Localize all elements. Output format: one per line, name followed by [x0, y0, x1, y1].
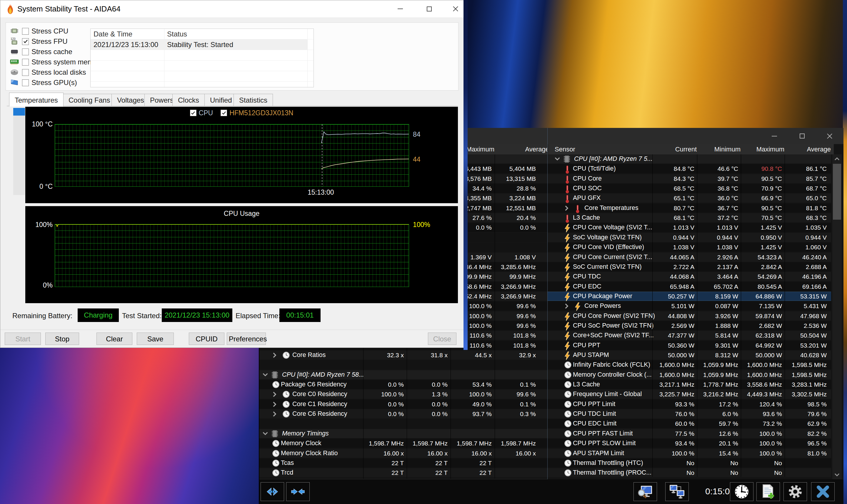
sensor-row[interactable]: CPU Core Voltage (SVI2 T...1.013 V1.013 …: [547, 223, 831, 232]
tab-cooling-fans[interactable]: Cooling Fans: [63, 94, 115, 106]
legend-cpu-checkbox[interactable]: [190, 110, 196, 116]
tab-voltages[interactable]: Voltages: [111, 94, 150, 106]
network-audit-button[interactable]: [665, 482, 689, 501]
sensor-row[interactable]: CPU Core Power (SVI2 TFN)44.808 W3.926 W…: [547, 311, 831, 321]
stress-cpu-item[interactable]: Stress CPU: [10, 26, 68, 36]
scroll-up-arrow[interactable]: [832, 155, 842, 163]
sensor-value: 3,266.9 MHz: [468, 292, 536, 301]
stress-disks-item[interactable]: Stress local disks: [10, 67, 86, 77]
sensor-value: 1,598.5 MHz: [759, 360, 827, 369]
sensor-row[interactable]: Tcas22 T22 T22 T: [259, 458, 549, 468]
sensor-row[interactable]: Core Ratios32.3 x31.8 x44.5 x32.9 x: [259, 350, 549, 360]
sensor-row[interactable]: Memory Controller Clock (...1,600.0 MHz1…: [547, 370, 831, 379]
sensor-row[interactable]: Core C1 Residency0.0 %0.0 %49.0 %0.1 %: [259, 400, 549, 409]
sensor-row[interactable]: L3 Cache68.1 °C37.2 °C70.5 °C68.3 °C: [547, 213, 831, 222]
sensor-row[interactable]: Core C6 Residency0.0 %0.0 %93.7 %0.3 %: [259, 409, 549, 418]
sensor-row[interactable]: L3 Cache3,217.1 MHz1,778.7 MHz3,558.6 MH…: [547, 380, 831, 389]
stress-cache-item[interactable]: Stress cache: [10, 47, 72, 57]
sensor-group-row[interactable]: Memory Timings: [259, 429, 549, 438]
sensor-row[interactable]: Frequency Limit - Global3,225.7 MHz3,216…: [547, 390, 831, 399]
tab-statistics[interactable]: Statistics: [234, 94, 273, 106]
sensor-row[interactable]: Package C6 Residency0.0 %0.0 %53.4 %0.1 …: [259, 380, 549, 389]
sensor-row[interactable]: [259, 419, 549, 428]
sensor-label: Memory Timings: [282, 429, 329, 438]
tab-clocks[interactable]: Clocks: [172, 94, 205, 106]
sensor-row[interactable]: [259, 360, 549, 369]
sensor-row[interactable]: CPU TDC Limit76.0 %6.0 %93.6 %79.6 %: [547, 409, 831, 418]
sensor-row[interactable]: APU GFX65.1 °C36.0 °C66.9 °C65.0 °C: [547, 194, 831, 203]
sensor-row[interactable]: Core C0 Residency100.0 %1.3 %100.0 %99.6…: [259, 390, 549, 399]
sensor-row[interactable]: CPU (Tctl/Tdie)84.8 °C46.6 °C90.8 °C86.1…: [547, 164, 831, 173]
sensor-row[interactable]: APU STAPM50.000 W8.312 W50.000 W40.628 W: [547, 350, 831, 360]
sensor-row[interactable]: CPU Package Power50.257 W8.159 W64.886 W…: [547, 292, 831, 301]
sensor-row[interactable]: Memory Clock Ratio16.00 x16.00 x16.00 x1…: [259, 449, 549, 458]
save-button[interactable]: Save: [137, 332, 174, 345]
clock-button[interactable]: [730, 482, 754, 501]
side-scrollbar-thumb[interactable]: [13, 108, 25, 115]
sensor-row[interactable]: CPU PPT Limit93.3 %17.2 %120.4 %98.5 %: [547, 400, 831, 409]
clear-button[interactable]: Clear: [96, 332, 132, 345]
tab-temperatures[interactable]: Temperatures: [9, 93, 64, 106]
sensor-row[interactable]: CPU EDC Limit60.0 %59.7 %73.2 %62.9 %: [547, 419, 831, 428]
stress-fpu-checkbox[interactable]: [22, 38, 29, 45]
log-col-datetime[interactable]: Date & Time: [93, 29, 132, 39]
down-icon: [554, 157, 561, 162]
stress-cache-checkbox[interactable]: [22, 49, 29, 55]
system-info-button[interactable]: [633, 482, 657, 501]
sensor-row[interactable]: Memory Clock1,598.7 MHz1,598.7 MHz1,598.…: [259, 439, 549, 448]
therm-icon: [564, 194, 570, 204]
sensor-row[interactable]: CPU PPT SLOW Limit93.4 %20.1 %100.0 %96.…: [547, 439, 831, 448]
sensor-row[interactable]: Core+SoC Power (SVI2 TF...47.377 W5.814 …: [547, 331, 831, 340]
sensor-row[interactable]: Trcd22 T22 T22 T: [259, 468, 549, 477]
stress-memory-item[interactable]: Stress system mem: [10, 57, 93, 67]
sensor-group-row[interactable]: CPU [#0]: AMD Ryzen 7 5...: [547, 155, 831, 163]
sensor-row[interactable]: CPU Core84.3 °C39.7 °C90.5 °C85.7 °C: [547, 174, 831, 183]
stress-cpu-checkbox[interactable]: [22, 28, 29, 35]
vertical-scrollbar[interactable]: [832, 155, 842, 479]
sensor-row[interactable]: CPU PPT50.360 W9.301 W64.992 W53.201 W: [547, 341, 831, 350]
preferences-button-toolbar[interactable]: [783, 482, 807, 501]
close-button[interactable]: Close: [428, 332, 456, 345]
stop-button[interactable]: Stop: [45, 332, 79, 345]
expand-columns-button[interactable]: [260, 482, 284, 501]
test-log-list[interactable]: Date & Time Status 2021/12/23 15:13:00 S…: [90, 29, 314, 87]
sensor-row[interactable]: Core Temperatures80.7 °C36.7 °C90.5 °C81…: [547, 203, 831, 213]
sensor-row[interactable]: CPU Core Current (SVI2 T...44.065 A2.926…: [547, 253, 831, 262]
minimize-button[interactable]: [389, 0, 412, 17]
collapse-columns-button[interactable]: [286, 482, 310, 501]
tab-unified[interactable]: Unified: [204, 94, 238, 106]
sensor-row[interactable]: CPU EDC65.948 A65.702 A80.545 A69.166 A: [547, 282, 831, 291]
sensor-row[interactable]: Thermal Throttling (HTC)NoNoNo: [547, 458, 831, 468]
cpuid-button[interactable]: CPUID: [189, 332, 224, 345]
sensor-value: 0.3 %: [468, 409, 536, 418]
close-panel-button[interactable]: [811, 482, 835, 501]
sensor-row[interactable]: CPU SOC68.5 °C36.8 °C70.9 °C68.7 °C: [547, 184, 831, 193]
sensor-row[interactable]: CPU Core VID (Effective)1.038 V1.038 V1.…: [547, 242, 831, 252]
start-button[interactable]: Start: [5, 332, 41, 345]
sensor-row[interactable]: CPU SoC Power (SVI2 TFN)2.569 W1.888 W2.…: [547, 321, 831, 330]
scroll-down-arrow[interactable]: [832, 470, 842, 479]
log-col-status[interactable]: Status: [167, 29, 187, 39]
sensor-row[interactable]: APU STAPM Limit100.0 %15.4 %100.0 %81.0 …: [547, 449, 831, 458]
sensor-row[interactable]: Infinity Fabric Clock (FCLK)1,600.0 MHz1…: [547, 360, 831, 369]
sensor-row[interactable]: CPU TDC44.068 A3.464 A54.269 A46.196 A: [547, 272, 831, 281]
stability-titlebar[interactable]: System Stability Test - AIDA64: [0, 0, 464, 17]
sensor-row[interactable]: SoC Voltage (SVI2 TFN)0.944 V0.944 V0.95…: [547, 233, 831, 242]
scrollbar-thumb[interactable]: [833, 164, 841, 220]
sensor-row[interactable]: CPU PPT FAST Limit77.5 %12.6 %100.0 %82.…: [547, 429, 831, 438]
new-report-button[interactable]: [756, 482, 780, 501]
sensor-row[interactable]: SoC Current (SVI2 TFN)2.722 A2.137 A2.84…: [547, 262, 831, 271]
stress-gpu-item[interactable]: Stress GPU(s): [10, 78, 77, 88]
sensor-group-row[interactable]: CPU [#0]: AMD Ryzen 7 58...: [259, 370, 549, 379]
side-scrollbar[interactable]: [13, 108, 25, 195]
sensor-row[interactable]: Core Powers5.101 W0.087 W7.135 W5.431 W: [547, 301, 831, 310]
stress-fpu-item[interactable]: 123 Stress FPU: [10, 36, 68, 47]
legend-ssd-checkbox[interactable]: [220, 110, 227, 116]
sensor-row[interactable]: Thermal Throttling (PROC...NoNoNo: [547, 468, 831, 477]
cache-icon: [10, 48, 19, 56]
preferences-button[interactable]: Preferences: [227, 332, 266, 345]
stress-memory-checkbox[interactable]: [22, 59, 29, 66]
stress-gpu-checkbox[interactable]: [22, 79, 29, 86]
stress-disks-checkbox[interactable]: [22, 69, 29, 76]
maximize-button[interactable]: [417, 0, 441, 17]
